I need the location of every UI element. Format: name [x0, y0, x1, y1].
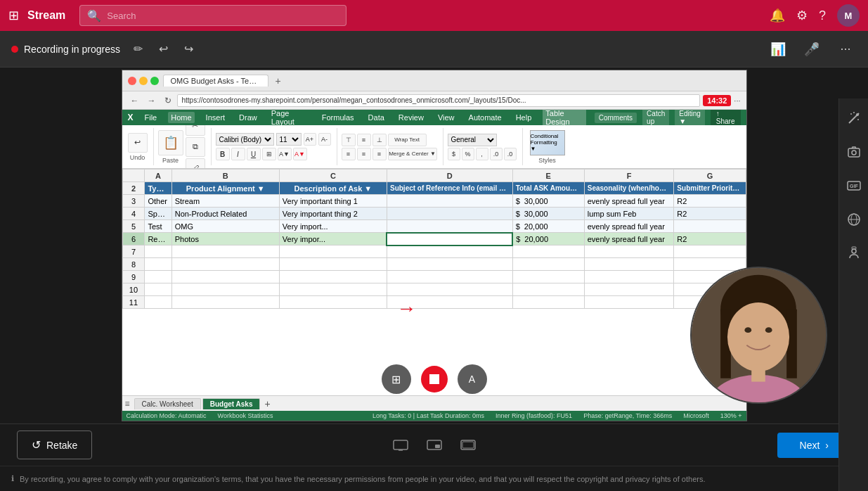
excel-draw-menu[interactable]: Draw [236, 112, 260, 123]
screen-share-view-btn[interactable] [389, 434, 412, 457]
cell-5f[interactable]: evenly spread full year [584, 220, 674, 233]
globe-icon[interactable] [843, 208, 865, 231]
col-type-of-spend[interactable]: Type of Spend ▼ [145, 182, 171, 195]
excel-review-menu[interactable]: Review [396, 112, 427, 123]
ribbon-format-painter-btn[interactable]: 🖌 [186, 158, 205, 170]
number-format-select[interactable]: General [448, 134, 497, 146]
settings-icon[interactable]: ⚙ [796, 8, 808, 23]
col-total-ask[interactable]: Total ASK Amount ▼ [512, 182, 584, 195]
ribbon-copy-btn[interactable]: ⧉ [186, 137, 205, 157]
cell-5d[interactable] [387, 220, 512, 233]
cell-5a[interactable]: Test [145, 220, 171, 233]
cell-3g[interactable]: R2 [674, 195, 746, 208]
person-badge-icon[interactable] [843, 242, 865, 264]
conditional-formatting-btn[interactable]: Conditional Formatting ▼ [530, 130, 565, 155]
font-size-select[interactable]: 11 [276, 133, 302, 146]
cell-7f[interactable] [584, 246, 674, 258]
more-options-icon[interactable]: ··· [834, 38, 857, 60]
retake-button[interactable]: ↺ Retake [17, 431, 92, 459]
cell-6e[interactable]: $ 20,000 [512, 233, 584, 246]
cell-3b[interactable]: Stream [171, 195, 279, 208]
align-right-btn[interactable]: ≡ [373, 148, 387, 160]
excel-comments-btn[interactable]: Comments [595, 113, 637, 123]
excel-insert-menu[interactable]: Insert [203, 112, 228, 123]
sheet-nav-btn[interactable]: ≡ [125, 399, 130, 409]
excel-automate-menu[interactable]: Automate [466, 112, 505, 123]
cell-4a[interactable]: Special Programs [145, 208, 171, 220]
cell-6f[interactable]: evenly spread full year [584, 233, 674, 246]
col-submitter[interactable]: Submitter Priority ▼ [674, 182, 746, 195]
sheet-tab-budget[interactable]: Budget Asks [202, 398, 261, 409]
cell-5g[interactable] [674, 220, 746, 233]
cell-6b[interactable]: Photos [171, 233, 279, 246]
underline-btn[interactable]: U [247, 148, 261, 160]
col-header-c[interactable]: C [279, 170, 387, 182]
text-overlay-btn[interactable]: A [458, 364, 487, 394]
notifications-icon[interactable]: 🔔 [770, 8, 785, 23]
excel-catchup-btn[interactable]: Catch up [642, 110, 669, 127]
gif-icon[interactable]: GIF [843, 174, 865, 197]
redo-icon[interactable]: ↪ [179, 39, 199, 59]
sheet-tab-calc[interactable]: Calc. Worksheet [134, 398, 201, 409]
excel-formulas-menu[interactable]: Formulas [319, 112, 357, 123]
cell-5c[interactable]: Very import... [279, 220, 387, 233]
ribbon-undo-btn[interactable]: ↩ [128, 133, 148, 153]
cell-4g[interactable]: R2 [674, 208, 746, 220]
cell-5e[interactable]: $ 20,000 [512, 220, 584, 233]
cell-6g[interactable]: R2 [674, 233, 746, 246]
font-family-select[interactable]: Calibri (Body) [216, 133, 274, 146]
cell-3d[interactable] [387, 195, 512, 208]
align-left-btn[interactable]: ≡ [342, 148, 356, 160]
align-bottom-btn[interactable]: ⊥ [373, 134, 387, 146]
col-header-d[interactable]: D [387, 170, 512, 182]
browser-back-btn[interactable]: ← [128, 94, 142, 107]
minimize-window-btn[interactable] [139, 77, 148, 85]
cell-6d-selected[interactable] [387, 233, 512, 246]
help-icon[interactable]: ? [819, 8, 826, 23]
align-center-btn[interactable]: ≡ [357, 148, 371, 160]
excel-home-menu[interactable]: Home [168, 112, 194, 123]
increase-decimal-btn[interactable]: .0 [490, 148, 503, 160]
teleprompter-icon[interactable]: 📊 [767, 38, 789, 60]
cell-3a[interactable]: Other [145, 195, 171, 208]
col-header-e[interactable]: E [512, 170, 584, 182]
cell-3c[interactable]: Very important thing 1 [279, 195, 387, 208]
col-header-f[interactable]: F [584, 170, 674, 182]
excel-share-btn[interactable]: ↑ Share [711, 110, 741, 127]
italic-btn[interactable]: I [231, 148, 245, 160]
cell-3f[interactable]: evenly spread full year [584, 195, 674, 208]
ribbon-cut-btn[interactable]: ✂ [186, 125, 205, 136]
col-subject-ref[interactable]: Subject of Reference Info (email or othe… [387, 182, 512, 195]
fullscreen-view-btn[interactable] [457, 434, 479, 457]
browser-menu-btn[interactable]: ··· [734, 96, 740, 105]
col-header-g[interactable]: G [674, 170, 746, 182]
excel-help-menu[interactable]: Help [513, 112, 535, 123]
maximize-window-btn[interactable] [150, 77, 159, 85]
col-header-b[interactable]: B [171, 170, 279, 182]
align-top-btn[interactable]: ⊤ [342, 134, 356, 146]
excel-file-menu[interactable]: File [142, 112, 160, 123]
undo-icon[interactable]: ↩ [154, 39, 174, 59]
close-window-btn[interactable] [128, 77, 136, 85]
ribbon-paste-btn[interactable]: 📋 [158, 130, 183, 155]
cell-5b[interactable]: OMG [171, 220, 279, 233]
cell-7a[interactable] [145, 246, 171, 258]
add-tab-icon[interactable]: + [276, 75, 281, 87]
merge-center-btn[interactable]: Merge & Center ▼ [388, 148, 437, 160]
percent-btn[interactable]: % [462, 148, 474, 160]
comma-btn[interactable]: , [476, 148, 488, 160]
excel-data-menu[interactable]: Data [365, 112, 387, 123]
col-seasonality[interactable]: Seasonality (when/how long) ▼ [584, 182, 674, 195]
align-middle-btn[interactable]: ≡ [357, 134, 371, 146]
cell-7e[interactable] [512, 246, 584, 258]
cell-7g[interactable] [674, 246, 746, 258]
wand-icon[interactable] [843, 107, 865, 129]
cell-7d[interactable] [387, 246, 512, 258]
pip-view-btn[interactable] [423, 434, 446, 457]
font-color-btn[interactable]: A▼ [293, 148, 307, 160]
font-size-decrease-btn[interactable]: A- [318, 133, 331, 146]
cell-4c[interactable]: Very important thing 2 [279, 208, 387, 220]
cell-7c[interactable] [279, 246, 387, 258]
col-description[interactable]: Description of Ask ▼ [279, 182, 387, 195]
microphone-icon[interactable]: 🎤 [801, 38, 823, 60]
